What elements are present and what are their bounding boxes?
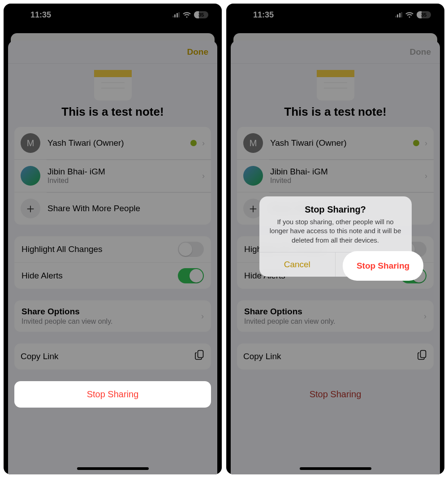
copy-icon (195, 350, 205, 363)
highlight-changes-row: Highlight All Changes (14, 236, 211, 262)
copy-link-label: Copy Link (21, 352, 195, 361)
avatar-initial: M (21, 133, 40, 153)
chevron-right-icon: › (202, 171, 205, 181)
person-row-owner[interactable]: M Yash Tiwari (Owner) › (14, 127, 211, 159)
people-group: M Yash Tiwari (Owner) › Jibin Bhai- iGM … (14, 127, 211, 225)
share-options-group: Share Options Invited people can view on… (14, 300, 211, 332)
share-more-label: Share With More People (47, 204, 205, 213)
alert-message: If you stop sharing, other people will n… (267, 217, 404, 245)
svg-rect-0 (198, 351, 203, 358)
wifi-icon (183, 12, 191, 18)
chevron-right-icon: › (202, 139, 205, 148)
hide-alerts-label: Hide Alerts (22, 271, 178, 281)
alert-title: Stop Sharing? (267, 204, 404, 215)
status-bar: 11:35 35 (4, 4, 222, 26)
share-sheet: Done This is a test note! M Yash Tiwari … (8, 40, 217, 474)
hide-alerts-row: Hide Alerts (14, 262, 211, 289)
note-title: This is a test note! (8, 105, 217, 119)
person-row-invited[interactable]: Jibin Bhai- iGM Invited › (14, 159, 211, 192)
highlight-changes-label: Highlight All Changes (22, 244, 178, 254)
status-time: 11:35 (30, 10, 51, 20)
person-main: Jibin Bhai- iGM Invited (47, 167, 200, 185)
share-options-sub: Invited people can view only. (22, 317, 199, 326)
person-status: Invited (47, 177, 200, 185)
sheet-header: Done (8, 40, 217, 64)
hide-alerts-toggle[interactable] (178, 268, 204, 283)
home-indicator[interactable] (77, 467, 149, 470)
chevron-right-icon: › (201, 312, 204, 321)
plus-icon: ＋ (21, 199, 40, 218)
battery-icon: 35 (194, 11, 208, 18)
share-options-row[interactable]: Share Options Invited people can view on… (14, 300, 211, 332)
share-more-row[interactable]: ＋ Share With More People (14, 192, 211, 225)
phone-left: 11:35 35 Done This is a test note! M Yas… (4, 4, 222, 474)
avatar-photo (21, 166, 40, 186)
stop-sharing-button[interactable]: Stop Sharing (14, 381, 211, 408)
note-icon (94, 70, 132, 100)
copy-link-group: Copy Link (14, 343, 211, 369)
settings-group: Highlight All Changes Hide Alerts (14, 236, 211, 289)
cellular-icon (172, 12, 180, 17)
copy-link-row[interactable]: Copy Link (14, 343, 211, 369)
phone-right: 11:35 35 Done This is a test note! M Yas… (226, 4, 444, 474)
sheet-stack: Done This is a test note! M Yash Tiwari … (8, 33, 217, 474)
person-name: Jibin Bhai- iGM (47, 167, 200, 177)
person-name: Yash Tiwari (Owner) (47, 138, 190, 148)
share-options-title: Share Options (22, 307, 199, 317)
status-right: 35 (172, 11, 209, 18)
alert-cancel-button[interactable]: Cancel (259, 252, 336, 277)
alert-confirm-highlight[interactable]: Stop Sharing (343, 251, 423, 281)
done-button[interactable]: Done (187, 47, 209, 57)
presence-dot-icon (190, 140, 197, 146)
highlight-changes-toggle[interactable] (178, 242, 204, 257)
